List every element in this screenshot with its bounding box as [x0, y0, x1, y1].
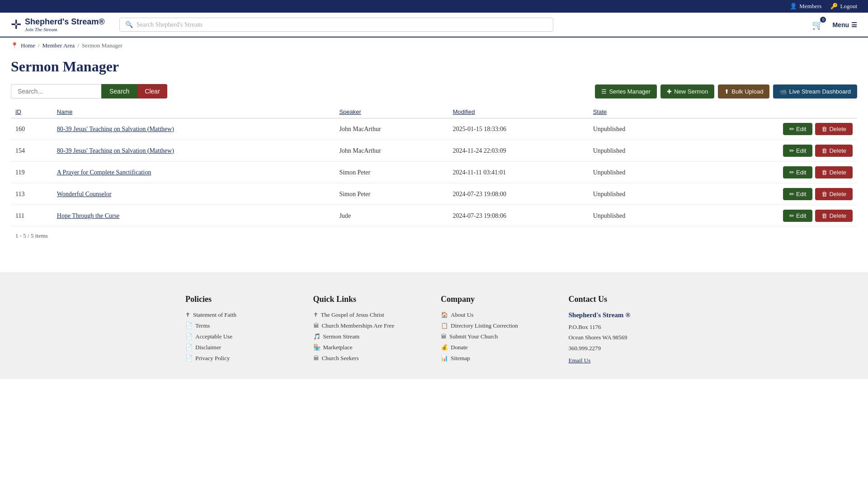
- cart-badge: 0: [820, 17, 826, 23]
- delete-button[interactable]: 🗑 Delete: [815, 145, 853, 157]
- cell-state: Unpublished: [589, 162, 681, 183]
- list-item: 📄Acceptable Use: [185, 333, 300, 340]
- search-input[interactable]: [11, 84, 101, 99]
- footer-link[interactable]: Marketplace: [323, 344, 353, 351]
- footer-company: Company 🏠About Us📋Directory Listing Corr…: [441, 295, 555, 366]
- upload-icon: ⬆: [724, 88, 729, 95]
- col-header-name[interactable]: Name: [52, 106, 335, 118]
- bulk-upload-button[interactable]: ⬆ Bulk Upload: [718, 84, 769, 99]
- sermon-link[interactable]: Wonderful Counselor: [57, 191, 112, 197]
- cell-speaker: Simon Peter: [335, 162, 448, 183]
- footer-policies: Policies ✝Statement of Faith📄Terms📄Accep…: [185, 295, 300, 366]
- footer-link[interactable]: Privacy Policy: [195, 355, 230, 362]
- list-item: 📋Directory Listing Correction: [441, 322, 555, 329]
- cell-name: Wonderful Counselor: [52, 183, 335, 205]
- edit-icon: ✏: [789, 147, 794, 154]
- cell-speaker: Simon Peter: [335, 183, 448, 205]
- edit-button[interactable]: ✏ Edit: [783, 166, 812, 178]
- search-button[interactable]: Search: [101, 84, 137, 99]
- footer-link[interactable]: Sermon Stream: [323, 333, 360, 340]
- logo-tagline: Join The Stream: [25, 27, 105, 32]
- search-placeholder: Search Shepherd's Stream: [137, 21, 203, 28]
- cell-name: 80-39 Jesus' Teaching on Salvation (Matt…: [52, 140, 335, 162]
- delete-button[interactable]: 🗑 Delete: [815, 123, 853, 135]
- contact-email-link[interactable]: Email Us: [569, 357, 683, 364]
- footer-link[interactable]: Donate: [451, 344, 468, 351]
- cell-modified: 2024-11-24 22:03:09: [448, 140, 588, 162]
- table-row: 113 Wonderful Counselor Simon Peter 2024…: [11, 183, 857, 205]
- cell-state: Unpublished: [589, 118, 681, 140]
- footer-link[interactable]: Church Memberships Are Free: [322, 322, 395, 329]
- footer-icon: 📄: [185, 355, 193, 362]
- cell-name: A Prayer for Complete Sanctification: [52, 162, 335, 183]
- cell-id: 111: [11, 205, 52, 227]
- sermon-link[interactable]: A Prayer for Complete Sanctification: [57, 169, 151, 176]
- location-icon: 📍: [11, 42, 18, 49]
- col-header-modified[interactable]: Modified: [448, 106, 588, 118]
- cart-icon[interactable]: 🛒 0: [812, 19, 823, 30]
- footer-icon: 📄: [185, 322, 193, 329]
- footer-icon: 📊: [441, 355, 448, 362]
- plus-icon: ✚: [667, 88, 672, 95]
- cell-state: Unpublished: [589, 205, 681, 227]
- edit-button[interactable]: ✏ Edit: [783, 210, 812, 222]
- edit-button[interactable]: ✏ Edit: [783, 188, 812, 200]
- delete-button[interactable]: 🗑 Delete: [815, 210, 853, 222]
- list-item: 📄Disclaimer: [185, 344, 300, 351]
- footer-link[interactable]: Directory Listing Correction: [451, 322, 518, 329]
- sermon-link[interactable]: Hope Through the Curse: [57, 212, 120, 219]
- footer-link[interactable]: Church Seekers: [322, 355, 359, 362]
- site-search-bar[interactable]: 🔍 Search Shepherd's Stream: [119, 18, 553, 32]
- toolbar-left: Search Clear: [11, 84, 167, 99]
- cell-id: 160: [11, 118, 52, 140]
- footer-link[interactable]: Disclaimer: [195, 344, 221, 351]
- list-item: 🏛Church Seekers: [313, 355, 428, 362]
- trash-icon: 🗑: [821, 212, 827, 219]
- edit-icon: ✏: [789, 169, 794, 176]
- col-header-state[interactable]: State: [589, 106, 681, 118]
- list-item: ✝The Gospel of Jesus Christ: [313, 311, 428, 319]
- logo-text: Shepherd's Stream® Join The Stream: [25, 17, 105, 32]
- logo-name: Shepherd's Stream®: [25, 17, 105, 27]
- sermon-link[interactable]: 80-39 Jesus' Teaching on Salvation (Matt…: [57, 126, 174, 132]
- live-stream-button[interactable]: 📹 Live Stream Dashboard: [773, 84, 857, 99]
- col-header-id[interactable]: ID: [11, 106, 52, 118]
- menu-icon: ☰: [851, 21, 857, 28]
- list-item: 📄Privacy Policy: [185, 355, 300, 362]
- members-link[interactable]: 👤 Members: [790, 3, 821, 10]
- footer-link[interactable]: Statement of Faith: [193, 311, 236, 319]
- cell-speaker: John MacArthur: [335, 140, 448, 162]
- footer-icon: 📄: [185, 344, 193, 351]
- menu-button[interactable]: Menu ☰: [832, 21, 857, 28]
- new-sermon-button[interactable]: ✚ New Sermon: [660, 84, 714, 99]
- pagination: 1 - 5 / 5 items: [11, 227, 857, 245]
- cell-modified: 2025-01-15 18:33:06: [448, 118, 588, 140]
- footer-icon: 🏛: [313, 322, 319, 329]
- footer-link[interactable]: Acceptable Use: [195, 333, 232, 340]
- delete-button[interactable]: 🗑 Delete: [815, 166, 853, 178]
- footer-contact-title: Contact Us: [569, 295, 683, 304]
- sermon-link[interactable]: 80-39 Jesus' Teaching on Salvation (Matt…: [57, 147, 174, 154]
- list-item: 🏪Marketplace: [313, 344, 428, 351]
- breadcrumb-home[interactable]: Home: [21, 42, 35, 49]
- list-item: 📄Terms: [185, 322, 300, 329]
- header-right: 🛒 0 Menu ☰: [812, 19, 857, 30]
- col-header-speaker[interactable]: Speaker: [335, 106, 448, 118]
- cell-name: 80-39 Jesus' Teaching on Salvation (Matt…: [52, 118, 335, 140]
- footer-icon: ✝: [185, 311, 190, 319]
- footer-link[interactable]: Sitemap: [451, 355, 470, 362]
- logout-link[interactable]: 🔑 Logout: [830, 3, 857, 10]
- breadcrumb-member-area[interactable]: Member Area: [42, 42, 75, 49]
- table-row: 119 A Prayer for Complete Sanctification…: [11, 162, 857, 183]
- delete-button[interactable]: 🗑 Delete: [815, 188, 853, 200]
- footer-link[interactable]: Terms: [195, 322, 210, 329]
- cell-id: 119: [11, 162, 52, 183]
- clear-button[interactable]: Clear: [137, 84, 167, 99]
- edit-button[interactable]: ✏ Edit: [783, 123, 812, 135]
- footer-link[interactable]: Submit Your Church: [449, 333, 498, 340]
- footer-link[interactable]: The Gospel of Jesus Christ: [321, 311, 384, 319]
- edit-button[interactable]: ✏ Edit: [783, 145, 812, 157]
- series-manager-button[interactable]: ☰ Series Manager: [595, 84, 657, 99]
- list-item: 🏛Submit Your Church: [441, 333, 555, 340]
- footer-link[interactable]: About Us: [451, 311, 473, 319]
